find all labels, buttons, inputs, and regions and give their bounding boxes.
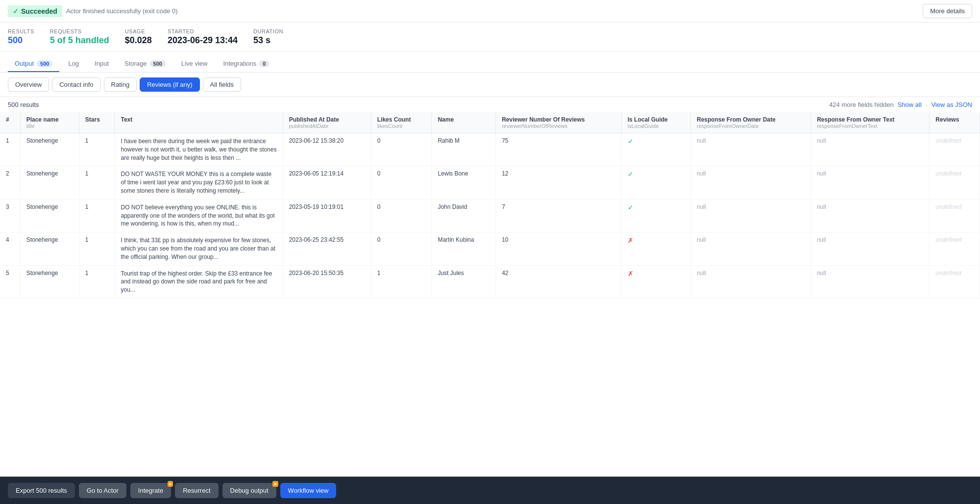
nav-tab-integrations[interactable]: Integrations 0 bbox=[216, 56, 276, 72]
cell-isLocal: ✗ bbox=[621, 265, 690, 298]
cell-stars: 1 bbox=[79, 166, 115, 199]
table-body: 1Stonehenge1I have been there during the… bbox=[0, 133, 980, 299]
more-details-button[interactable]: More details bbox=[923, 4, 972, 18]
cell-stars: 1 bbox=[79, 265, 115, 298]
cell-responseDate: null bbox=[691, 265, 811, 298]
filter-tab-reviews[interactable]: Reviews (if any) bbox=[140, 77, 199, 92]
stat-usage-label: USAGE bbox=[125, 28, 152, 34]
filter-tab-overview[interactable]: Overview bbox=[8, 77, 49, 92]
col-header-num: # bbox=[0, 112, 20, 133]
cell-publishedAt: 2023-06-05 12:19:14 bbox=[283, 166, 371, 199]
is-local-guide-check-icon: ✓ bbox=[628, 203, 634, 211]
cell-reviews: undefined bbox=[930, 166, 980, 199]
stats-row: RESULTS 500 REQUESTS 5 of 5 handled USAG… bbox=[0, 23, 980, 52]
stat-started-label: STARTED bbox=[168, 28, 238, 34]
cell-name: John David bbox=[432, 199, 496, 232]
nav-tab-input[interactable]: Input bbox=[88, 56, 116, 72]
cell-text: I have been there during the week we pai… bbox=[115, 133, 283, 166]
hidden-fields-label: 424 more fields hidden bbox=[829, 101, 894, 108]
nav-tab-badge-storage: 500 bbox=[150, 60, 166, 67]
status-badge-label: Succeeded bbox=[21, 7, 57, 15]
cell-reviewerNum: 75 bbox=[496, 133, 622, 166]
nav-tab-badge-integrations: 0 bbox=[259, 60, 269, 67]
cell-isLocal: ✓ bbox=[621, 133, 690, 166]
filter-tab-all-fields[interactable]: All fields bbox=[203, 77, 241, 92]
cell-isLocal: ✓ bbox=[621, 166, 690, 199]
separator: · bbox=[926, 101, 928, 108]
cell-likesCount: 0 bbox=[371, 232, 432, 265]
show-all-link[interactable]: Show all bbox=[898, 101, 922, 108]
cell-stars: 1 bbox=[79, 133, 115, 166]
cell-num: 5 bbox=[0, 265, 20, 298]
cell-reviewerNum: 10 bbox=[496, 232, 622, 265]
cell-responseDate: null bbox=[691, 166, 811, 199]
col-header-reviewerNum: Reviewer Number Of ReviewsreviewerNumber… bbox=[496, 112, 622, 133]
cell-publishedAt: 2023-06-12 15:38:20 bbox=[283, 133, 371, 166]
nav-tab-output[interactable]: Output 500 bbox=[8, 56, 59, 72]
stat-usage: USAGE $0.028 bbox=[125, 28, 152, 46]
stat-duration: DURATION 53 s bbox=[253, 28, 283, 46]
cell-responseDate: null bbox=[691, 232, 811, 265]
is-local-guide-cross-icon: ✗ bbox=[628, 270, 634, 277]
nav-tab-log[interactable]: Log bbox=[61, 56, 86, 72]
results-bar: 500 results 424 more fields hidden Show … bbox=[0, 97, 980, 112]
filter-tab-contact-info[interactable]: Contact info bbox=[52, 77, 100, 92]
cell-num: 2 bbox=[0, 166, 20, 199]
col-header-responseDate: Response From Owner DateresponseFromOwne… bbox=[691, 112, 811, 133]
cell-likesCount: 0 bbox=[371, 166, 432, 199]
cell-publishedAt: 2023-05-19 10:19:01 bbox=[283, 199, 371, 232]
nav-tab-liveview[interactable]: Live view bbox=[174, 56, 214, 72]
nav-tab-badge-output: 500 bbox=[37, 60, 52, 67]
cell-publishedAt: 2023-06-25 23:42:55 bbox=[283, 232, 371, 265]
cell-reviewerNum: 42 bbox=[496, 265, 622, 298]
cell-text: Tourist trap of the highest order. Skip … bbox=[115, 265, 283, 298]
stat-requests: REQUESTS 5 of 5 handled bbox=[50, 28, 109, 46]
col-header-placeName: Place nametitle bbox=[20, 112, 79, 133]
cell-reviews: undefined bbox=[930, 133, 980, 166]
cell-responseDate: null bbox=[691, 133, 811, 166]
nav-tab-storage[interactable]: Storage 500 bbox=[118, 56, 172, 72]
is-local-guide-check-icon: ✓ bbox=[628, 137, 634, 145]
status-bar: ✓ Succeeded Actor finished successfully … bbox=[0, 0, 980, 23]
cell-reviews: undefined bbox=[930, 232, 980, 265]
cell-likesCount: 0 bbox=[371, 133, 432, 166]
cell-publishedAt: 2023-06-20 15:50:35 bbox=[283, 265, 371, 298]
table-row: 4Stonehenge1I think, that 33£ pp is abso… bbox=[0, 232, 980, 265]
nav-tabs: Output 500LogInputStorage 500Live viewIn… bbox=[0, 52, 980, 73]
cell-stars: 1 bbox=[79, 199, 115, 232]
cell-text: DO NOT WASTE YOUR MONEY this is a comple… bbox=[115, 166, 283, 199]
cell-text: DO NOT believe everything you see ONLINE… bbox=[115, 199, 283, 232]
cell-name: Martin Kubina bbox=[432, 232, 496, 265]
filter-tab-rating[interactable]: Rating bbox=[104, 77, 137, 92]
cell-responseText: null bbox=[811, 166, 930, 199]
stat-results: RESULTS 500 bbox=[8, 28, 34, 46]
cell-reviewerNum: 12 bbox=[496, 166, 622, 199]
cell-reviews: undefined bbox=[930, 265, 980, 298]
results-table-container: #Place nametitleStarsTextPublished At Da… bbox=[0, 112, 980, 299]
cell-name: Lewis Bone bbox=[432, 166, 496, 199]
cell-responseText: null bbox=[811, 133, 930, 166]
stat-requests-label: REQUESTS bbox=[50, 28, 109, 34]
stat-results-value: 500 bbox=[8, 35, 34, 46]
status-badge: ✓ Succeeded bbox=[8, 5, 62, 17]
cell-name: Just Jules bbox=[432, 265, 496, 298]
stat-duration-value: 53 s bbox=[253, 35, 283, 46]
cell-placeName: Stonehenge bbox=[20, 265, 79, 298]
cell-num: 1 bbox=[0, 133, 20, 166]
cell-placeName: Stonehenge bbox=[20, 199, 79, 232]
col-header-responseText: Response From Owner TextresponseFromOwne… bbox=[811, 112, 930, 133]
stat-requests-value: 5 of 5 handled bbox=[50, 35, 109, 46]
col-header-text: Text bbox=[115, 112, 283, 133]
results-bar-right: 424 more fields hidden Show all · View a… bbox=[829, 101, 972, 108]
cell-stars: 1 bbox=[79, 232, 115, 265]
cell-reviewerNum: 7 bbox=[496, 199, 622, 232]
col-header-likesCount: Likes CountlikesCount bbox=[371, 112, 432, 133]
cell-responseText: null bbox=[811, 232, 930, 265]
view-json-link[interactable]: View as JSON bbox=[931, 101, 972, 108]
cell-responseText: null bbox=[811, 199, 930, 232]
cell-isLocal: ✗ bbox=[621, 232, 690, 265]
col-header-name: Name bbox=[432, 112, 496, 133]
cell-text: I think, that 33£ pp is absolutely expen… bbox=[115, 232, 283, 265]
cell-num: 4 bbox=[0, 232, 20, 265]
stat-started-value: 2023-06-29 13:44 bbox=[168, 35, 238, 46]
